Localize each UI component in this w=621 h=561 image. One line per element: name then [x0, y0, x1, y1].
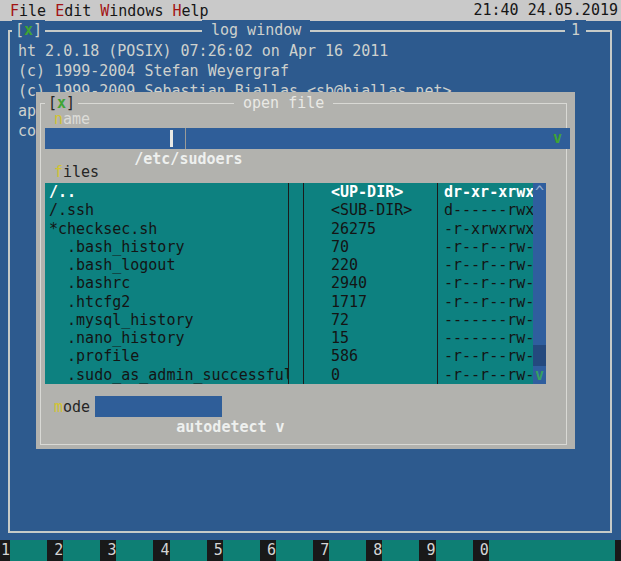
filename-value: /etc/sudoers [134, 150, 242, 168]
files-label-rest: iles [63, 163, 99, 181]
file-name: .bashrc [45, 274, 288, 292]
name-label-rest: ame [63, 110, 90, 128]
fkey-label [223, 540, 260, 561]
menu-help[interactable]: Help [172, 1, 208, 21]
file-size: 220 [303, 256, 437, 274]
mode-value: autodetect [176, 418, 266, 436]
fkey-number: 4 [161, 540, 170, 561]
name-label: name [54, 110, 90, 128]
log-window-close-button[interactable]: [x] [12, 20, 45, 40]
file-row[interactable]: .sudo_as_admin_successful0-r--r--rw-> [45, 366, 533, 384]
file-row[interactable]: .htcfg21717-r--r--rw-> [45, 293, 533, 311]
fkey-label [382, 540, 419, 561]
file-row[interactable]: .profile586-r--r--rw-> [45, 347, 533, 365]
file-name: /.ssh [45, 201, 288, 219]
file-row[interactable]: *checksec.sh26275-r-xrwxrwx> [45, 220, 533, 238]
file-perms: -r--r--rw-> [437, 256, 533, 274]
fkey-2[interactable]: 2 [53, 540, 106, 561]
mode-label-rest: ode [63, 398, 90, 416]
log-window: [x] log window 1 ht 2.0.18 (POSIX) 07:26… [0, 21, 621, 540]
fkey-7[interactable]: 7 [319, 540, 372, 561]
menu-edit-label: dit [64, 2, 91, 20]
scroll-down-icon[interactable]: v [533, 366, 546, 384]
file-type-column [288, 183, 303, 201]
file-name: .profile [45, 347, 288, 365]
file-row[interactable]: /.ssh<SUB-DIR>d------rwx> [45, 201, 533, 219]
close-icon: x [24, 21, 33, 39]
file-type-column [288, 238, 303, 256]
file-list: /..<UP-DIR>dr-xr-xrwx> /.ssh<SUB-DIR>d--… [45, 183, 546, 384]
chevron-down-icon: v [276, 418, 285, 436]
menu-file-hotkey: F [10, 2, 19, 20]
fkey-8[interactable]: 8 [372, 540, 425, 561]
input-separator [185, 128, 186, 149]
file-perms: -r--r--rw-> [437, 274, 533, 292]
file-row[interactable]: .mysql_history72-------rw-> [45, 311, 533, 329]
file-size: 70 [303, 238, 437, 256]
file-size: 2940 [303, 274, 437, 292]
text-cursor [170, 130, 173, 147]
fkey-1[interactable]: 1 [0, 540, 53, 561]
history-dropdown-icon[interactable]: v [553, 128, 562, 149]
file-row-selected[interactable]: /..<UP-DIR>dr-xr-xrwx> [45, 183, 533, 201]
file-type-column [288, 201, 303, 219]
file-size: 15 [303, 329, 437, 347]
function-key-bar: 1 2 3 4 5 6 7 8 9 0 [0, 540, 621, 561]
fkey-number: 2 [54, 540, 63, 561]
fkey-10[interactable]: 0 [479, 540, 621, 561]
file-perms: d------rwx> [437, 201, 533, 219]
bracket: ] [33, 21, 42, 39]
log-window-title: log window [202, 20, 310, 40]
fkey-label [116, 540, 153, 561]
file-perms: dr-xr-xrwx> [437, 183, 533, 201]
file-row[interactable]: .bashrc2940-r--r--rw-> [45, 274, 533, 292]
scrollbar[interactable]: ^ v [533, 183, 546, 384]
file-type-column [288, 256, 303, 274]
fkey-number: 8 [373, 540, 382, 561]
file-size: 26275 [303, 220, 437, 238]
fkey-number: 1 [1, 540, 10, 561]
name-label-hotkey: n [54, 110, 63, 128]
scrollbar-thumb[interactable] [533, 345, 546, 366]
terminal-screen: File Edit Windows Help 21:40 24.05.2019 … [0, 0, 621, 561]
fkey-4[interactable]: 4 [160, 540, 213, 561]
fkey-3[interactable]: 3 [106, 540, 159, 561]
file-type-column [288, 293, 303, 311]
scroll-up-icon[interactable]: ^ [533, 183, 546, 201]
file-perms: -------rw-> [437, 311, 533, 329]
fkey-5[interactable]: 5 [213, 540, 266, 561]
file-perms: -r-xrwxrwx> [437, 220, 533, 238]
file-name: .bash_history [45, 238, 288, 256]
fkey-number: 0 [480, 540, 489, 561]
menu-windows[interactable]: Windows [100, 1, 163, 21]
file-row[interactable]: .bash_history70-r--r--rw-> [45, 238, 533, 256]
menu-edit[interactable]: Edit [55, 1, 91, 21]
filename-input[interactable]: /etc/sudoers v [45, 128, 570, 149]
file-type-column [288, 274, 303, 292]
mode-dropdown[interactable]: autodetectv [95, 396, 222, 417]
mode-label: mode [54, 398, 90, 416]
menu-file[interactable]: File [10, 1, 46, 21]
fkey-9[interactable]: 9 [426, 540, 479, 561]
mode-label-hotkey: m [54, 398, 63, 416]
fkey-number: 3 [107, 540, 116, 561]
menu-edit-hotkey: E [55, 2, 64, 20]
fkey-number: 6 [267, 540, 276, 561]
file-type-column [288, 366, 303, 384]
file-perms: -r--r--rw-> [437, 238, 533, 256]
file-name: .sudo_as_admin_successful [45, 366, 288, 384]
file-type-column [288, 347, 303, 365]
fkey-label [10, 540, 47, 561]
menu-help-label: elp [182, 2, 209, 20]
file-type-column [288, 311, 303, 329]
file-row[interactable]: .bash_logout220-r--r--rw-> [45, 256, 533, 274]
file-name: .bash_logout [45, 256, 288, 274]
file-type-column [288, 329, 303, 347]
fkey-6[interactable]: 6 [266, 540, 319, 561]
menu-bar: File Edit Windows Help 21:40 24.05.2019 [0, 0, 621, 21]
file-size: <UP-DIR> [303, 183, 437, 201]
file-row[interactable]: .nano_history15-------rw-> [45, 329, 533, 347]
fkey-label [489, 540, 615, 561]
files-label: files [54, 163, 99, 181]
log-window-number: 1 [565, 20, 586, 40]
